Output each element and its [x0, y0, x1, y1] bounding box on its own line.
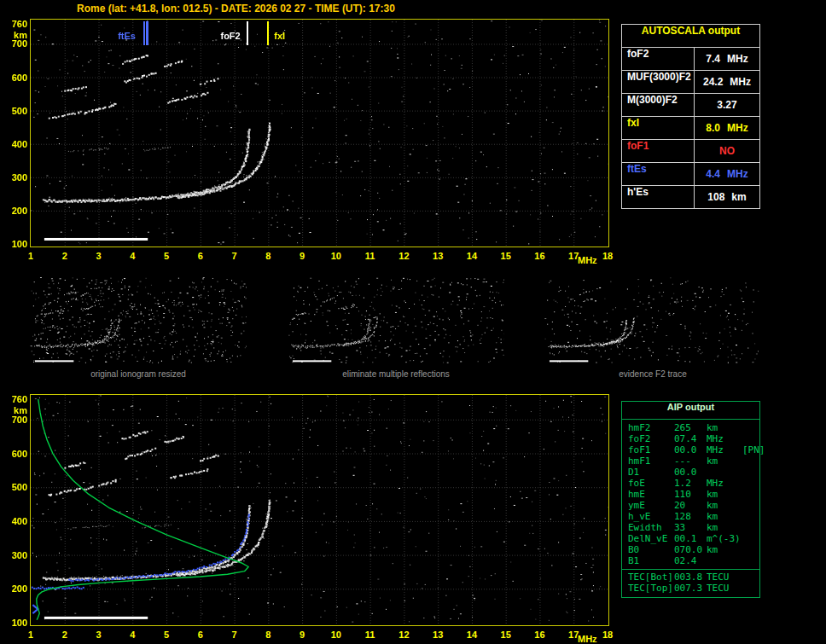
y-tick-label: 760: [2, 19, 27, 29]
x-tick-label: 10: [326, 251, 346, 261]
aip-param: DelN_vE: [628, 533, 674, 544]
autoscala-param-label: foF1: [622, 140, 694, 162]
aip-value: 003.8: [674, 571, 707, 583]
foF2-marker-label: foF2: [220, 31, 240, 41]
x-tick-label: 8: [258, 251, 278, 261]
aip-param: foE: [628, 478, 674, 489]
x-tick-label: 7: [224, 251, 245, 261]
x-tick-label: 12: [393, 251, 414, 261]
x-tick-label: 16: [529, 251, 550, 261]
aip-unit: m^(-3): [707, 533, 742, 544]
y-tick-label: 100: [2, 618, 27, 628]
aip-row-ymE: ymE20km: [622, 500, 759, 511]
aip-extra: [742, 489, 759, 500]
y-tick-label: 500: [2, 106, 27, 116]
aip-unit: km: [707, 511, 742, 522]
x-tick-label: 10: [326, 629, 346, 640]
aip-param: TEC[Top]: [628, 583, 674, 594]
autoscala-param-label: MUF(3000)F2: [622, 71, 694, 93]
aip-value: 07.4: [674, 433, 707, 444]
autoscala-value-cell: NO: [694, 140, 759, 162]
aip-table-title: AIP output: [622, 402, 759, 420]
aip-param: B1: [628, 555, 674, 566]
aip-value: 02.4: [674, 555, 707, 566]
autoscala-param-label: h'Es: [622, 186, 694, 208]
autoscala-unit: MHz: [727, 53, 748, 65]
x-tick-label: 9: [292, 251, 312, 261]
aip-row-DelNvE: DelN_vE00.1m^(-3): [622, 533, 759, 544]
ftEs-marker-label: ftEs: [118, 31, 136, 41]
fxI-marker-label: fxI: [274, 31, 285, 41]
x-tick-label: 7: [224, 629, 245, 640]
autoscala-value: 8.0: [706, 122, 720, 134]
aip-value: 33: [674, 522, 707, 533]
aip-row-foF2: foF207.4MHz: [622, 433, 759, 444]
thumbnail-cleaned-canvas: [288, 277, 504, 365]
x-tick-label: 16: [529, 629, 550, 640]
thumbnail-original-ionogram: [30, 277, 247, 365]
y-tick-label: 760: [2, 394, 27, 404]
x-tick-label: 14: [462, 629, 482, 640]
y-tick-label: 600: [2, 449, 27, 459]
aip-param: h_vE: [628, 511, 674, 522]
aip-unit: km: [707, 500, 742, 511]
x-tick-label: 12: [393, 629, 414, 640]
autoscala-value: 3.27: [717, 99, 736, 111]
x-tick-label: 13: [428, 629, 448, 640]
x-tick-label: 11: [360, 629, 381, 640]
x-tick-label: 2: [55, 629, 75, 640]
aip-unit: MHz: [707, 433, 742, 444]
aip-param: hmF2: [628, 422, 674, 433]
aip-extra: [742, 455, 759, 467]
autoscala-value: NO: [719, 145, 735, 157]
aip-extra: [742, 571, 759, 583]
aip-value: 007.3: [674, 583, 707, 594]
x-tick-label: 9: [292, 629, 312, 640]
autoscala-value: 24.2: [703, 76, 723, 88]
autoscala-row-hEs: h'Es108km: [622, 185, 759, 208]
aip-param: TEC[Bot]: [628, 571, 674, 583]
autoscala-param-label: foF2: [622, 48, 694, 70]
autoscala-value-cell: 3.27: [694, 94, 759, 116]
autoscala-value-cell: 24.2MHz: [694, 71, 759, 93]
y-tick-label: 300: [2, 172, 27, 183]
thumbnail-original-canvas: [30, 277, 247, 365]
aip-row-B0: B0070.0km: [622, 544, 759, 555]
autoscala-value-cell: 4.4MHz: [694, 163, 759, 185]
aip-row-foE: foE1.2MHz: [622, 478, 759, 489]
autoscala-unit: MHz: [730, 76, 751, 88]
thumbnail-caption-f2: evidence F2 trace: [544, 369, 761, 379]
y-tick-label: 600: [2, 73, 27, 83]
thumbnail-f2-canvas: [544, 277, 761, 365]
aip-row-TECBot: TEC[Bot]003.8TECU: [622, 569, 759, 583]
aip-unit: MHz: [707, 478, 742, 489]
aip-unit: km: [707, 522, 742, 533]
x-tick-label: 11: [360, 251, 381, 261]
autoscala-param-label: M(3000)F2: [622, 94, 694, 116]
x-tick-label: 14: [462, 251, 482, 261]
aip-param: hmF1: [628, 455, 674, 467]
autoscala-value: 7.4: [706, 53, 720, 65]
aip-unit: km: [707, 422, 742, 433]
aip-unit: [707, 555, 742, 566]
x-tick-label: 1: [20, 251, 41, 261]
thumbnail-cleaned-ionogram: [288, 277, 504, 365]
aip-param: ymE: [628, 500, 674, 511]
y-tick-label: 700: [2, 415, 27, 425]
autoscala-value-cell: 7.4MHz: [694, 48, 759, 70]
autoscala-param-label: ftEs: [622, 163, 694, 185]
autoscala-output-table: AUTOSCALA output foF27.4MHzMUF(3000)F224…: [621, 24, 760, 209]
thumbnail-caption-cleaned: eliminate multiple reflections: [288, 369, 504, 379]
aip-row-hvE: h_vE128km: [622, 511, 759, 522]
y-tick-label: 100: [2, 239, 27, 249]
autoscala-row-foF1: foF1NO: [622, 139, 759, 162]
autoscala-unit: km: [731, 191, 746, 203]
x-tick-label: 3: [89, 629, 109, 640]
x-tick-label: 18: [597, 629, 618, 640]
x-tick-label: 5: [156, 629, 177, 640]
autoscala-row-ftEs: ftEs4.4MHz: [622, 162, 759, 185]
aip-extra: [742, 433, 759, 444]
autoscala-value: 108: [707, 191, 724, 203]
aip-value: 128: [674, 511, 707, 522]
autoscala-value: 4.4: [706, 168, 720, 180]
